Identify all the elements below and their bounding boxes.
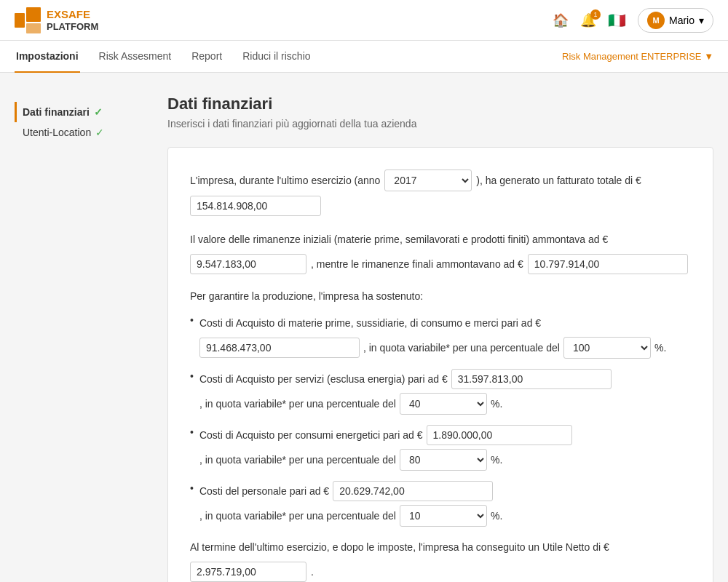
- notification-badge: 1: [590, 9, 601, 20]
- home-icon[interactable]: 🏠: [553, 12, 569, 28]
- cost-percent-suffix-2: %.: [491, 450, 502, 470]
- sidebar-item-utenti-location[interactable]: Utenti-Location ✓: [15, 122, 146, 143]
- page-title: Dati finanziari: [167, 95, 713, 113]
- produzione-label-row: Per garantire la produzione, l'impresa h…: [190, 287, 691, 306]
- nav-item-riduci[interactable]: Riduci il rischio: [241, 41, 312, 73]
- cost-label-3: Costi del personale pari ad €: [199, 481, 329, 501]
- nav-item-report[interactable]: Report: [190, 41, 223, 73]
- risk-management-dropdown[interactable]: Risk Management ENTERPRISE ▼: [562, 51, 713, 62]
- rimanenze-line: Il valore delle rimanenze iniziali (mate…: [190, 229, 691, 250]
- bullet-dot-3: •: [190, 482, 194, 494]
- bullet-dot-0: •: [190, 314, 194, 326]
- cost-value-3[interactable]: [333, 481, 493, 501]
- cost-value-0[interactable]: [199, 338, 360, 358]
- costs-list: • Costi di Acquisto di materie prime, su…: [190, 313, 691, 527]
- nav-item-impostazioni[interactable]: Impostazioni: [15, 41, 80, 73]
- cost-label-after-3: , in quota variabile* per una percentual…: [199, 506, 396, 526]
- form-card: L'impresa, durante l'ultimo esercizio (a…: [167, 147, 713, 582]
- fatturato-row: L'impresa, durante l'ultimo esercizio (a…: [190, 170, 691, 216]
- cost-label-after-0: , in quota variabile* per una percentual…: [363, 338, 560, 358]
- cost-item-1: • Costi di Acquisto per servizi (esclusa…: [190, 369, 691, 415]
- cost-item-2: • Costi di Acquisto per consumi energeti…: [190, 425, 691, 471]
- logo-line2: PLATFORM: [47, 21, 98, 33]
- utile-input-line: .: [190, 562, 691, 582]
- utile-label-before: Al termine dell'ultimo esercizio, e dopo…: [190, 537, 609, 557]
- header: EXSAFE PLATFORM 🏠 🔔 1 🇮🇹 M Mario ▾: [0, 0, 728, 41]
- cost-percent-select-3[interactable]: 10: [400, 505, 487, 527]
- anno-label-after: ), ha generato un fatturato totale di €: [476, 170, 641, 191]
- cost-label-1: Costi di Acquisto per servizi (esclusa e…: [199, 369, 448, 389]
- sidebar: Dati finanziari ✓ Utenti-Location ✓: [15, 95, 146, 582]
- utile-row: Al termine dell'ultimo esercizio, e dopo…: [190, 537, 691, 582]
- anno-label-before: L'impresa, durante l'ultimo esercizio (a…: [190, 170, 380, 191]
- risk-management-label: Risk Management ENTERPRISE ▼: [562, 51, 713, 62]
- main-container: Dati finanziari ✓ Utenti-Location ✓ Dati…: [0, 73, 728, 582]
- check-icon-dati-finanziari: ✓: [94, 106, 103, 118]
- rimanenze-row: Il valore delle rimanenze iniziali (mate…: [190, 229, 691, 274]
- cost-value-2[interactable]: [427, 425, 572, 445]
- bullet-dot-2: •: [190, 426, 194, 438]
- cost-item-3: • Costi del personale pari ad € , in quo…: [190, 481, 691, 527]
- sidebar-item-dati-finanziari[interactable]: Dati finanziari ✓: [15, 102, 146, 122]
- header-right: 🏠 🔔 1 🇮🇹 M Mario ▾: [553, 8, 713, 33]
- cost-label-2: Costi di Acquisto per consumi energetici…: [199, 425, 423, 445]
- cost-value-1[interactable]: [451, 369, 612, 389]
- chevron-down-icon: ▾: [699, 15, 704, 26]
- logo: EXSAFE PLATFORM: [15, 7, 98, 33]
- produzione-label: Per garantire la produzione, l'impresa h…: [190, 290, 423, 302]
- cost-label-after-1: , in quota variabile* per una percentual…: [199, 394, 396, 414]
- content: Dati finanziari Inserisci i dati finanzi…: [167, 95, 713, 582]
- cost-percent-suffix-0: %.: [654, 338, 666, 358]
- rimanenze-iniziali-input[interactable]: [190, 254, 306, 274]
- cost-row-3: Costi del personale pari ad € , in quota…: [199, 481, 691, 527]
- utile-suffix: .: [311, 562, 314, 582]
- check-icon-utenti-location: ✓: [95, 127, 104, 138]
- svg-rect-1: [26, 7, 41, 22]
- cost-row-2: Costi di Acquisto per consumi energetici…: [199, 425, 691, 471]
- page-subtitle: Inserisci i dati finanziari più aggiorna…: [167, 118, 713, 129]
- cost-label-after-2: , in quota variabile* per una percentual…: [199, 450, 396, 470]
- bullet-dot-1: •: [190, 370, 194, 382]
- cost-percent-suffix-1: %.: [491, 394, 502, 414]
- cost-item-0: • Costi di Acquisto di materie prime, su…: [190, 313, 691, 359]
- utile-label-line: Al termine dell'ultimo esercizio, e dopo…: [190, 537, 691, 557]
- nav-item-risk-assesment[interactable]: Risk Assesment: [98, 41, 173, 73]
- anno-select[interactable]: 2017 2018 2016: [384, 170, 472, 191]
- cost-percent-suffix-3: %.: [491, 506, 502, 526]
- rimanenze-inputs: , mentre le rimanenze finali ammontavano…: [190, 254, 691, 274]
- rimanenze-label: Il valore delle rimanenze iniziali (mate…: [190, 229, 608, 250]
- rimanenze-finali-input[interactable]: [528, 254, 688, 274]
- main-nav: Impostazioni Risk Assesment Report Riduc…: [0, 41, 728, 73]
- cost-label-0: Costi di Acquisto di materie prime, suss…: [199, 313, 541, 333]
- nav-left: Impostazioni Risk Assesment Report Riduc…: [15, 41, 312, 73]
- avatar: M: [647, 12, 665, 29]
- cost-row-0: Costi di Acquisto di materie prime, suss…: [199, 313, 691, 359]
- cost-row-1: Costi di Acquisto per servizi (esclusa e…: [199, 369, 691, 415]
- cost-percent-select-2[interactable]: 80: [400, 449, 487, 471]
- anno-fatturato-line: L'impresa, durante l'ultimo esercizio (a…: [190, 170, 691, 191]
- rimanenze-finali-label: , mentre le rimanenze finali ammontavano…: [311, 254, 523, 274]
- sidebar-label-utenti-location: Utenti-Location: [23, 127, 91, 138]
- utile-input[interactable]: [190, 562, 306, 582]
- fatturato-input[interactable]: [190, 196, 321, 216]
- logo-line1: EXSAFE: [47, 8, 90, 20]
- flag-icon[interactable]: 🇮🇹: [608, 12, 626, 29]
- user-menu-button[interactable]: M Mario ▾: [638, 8, 713, 33]
- cost-percent-select-0[interactable]: 100: [563, 337, 651, 359]
- svg-rect-2: [26, 23, 41, 33]
- sidebar-label-dati-finanziari: Dati finanziari: [23, 106, 90, 118]
- logo-icon: [15, 7, 41, 33]
- cost-percent-select-1[interactable]: 40: [400, 393, 487, 415]
- user-name: Mario: [669, 15, 695, 26]
- bell-badge[interactable]: 🔔 1: [580, 12, 596, 28]
- svg-rect-0: [15, 13, 25, 28]
